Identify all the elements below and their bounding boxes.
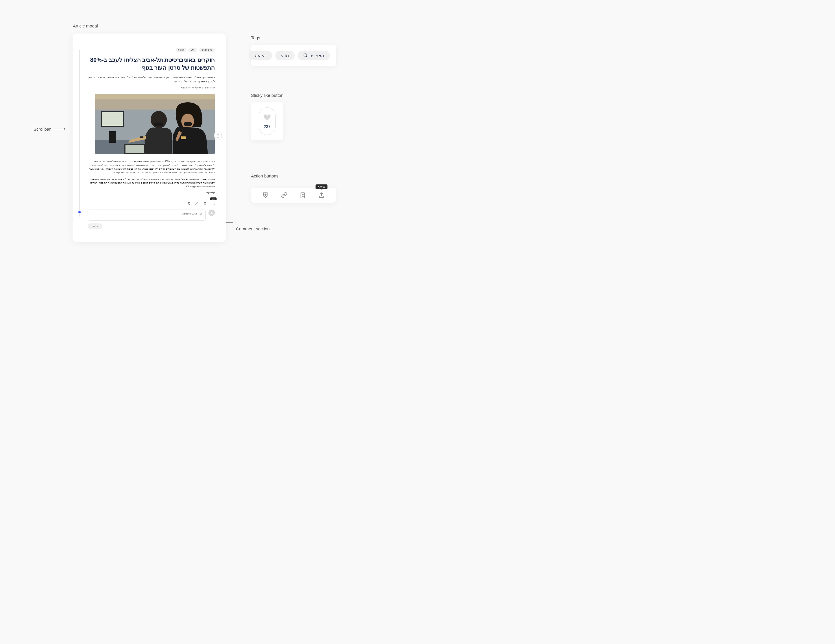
svg-rect-9 xyxy=(102,112,123,126)
label-scrollbar: Scrollbar xyxy=(34,127,50,131)
like-count: 237 xyxy=(264,124,270,129)
label-comment-section: Comment section xyxy=(236,226,270,231)
tag-articles[interactable]: מאמרים xyxy=(199,48,215,52)
sticky-like-card: 237 xyxy=(251,102,283,140)
user-icon xyxy=(210,211,213,214)
svg-rect-12 xyxy=(125,145,144,153)
svg-line-25 xyxy=(306,56,307,57)
share-button[interactable]: שיתוף xyxy=(318,192,325,198)
arrow-right-icon xyxy=(54,127,67,131)
download-button-sm[interactable] xyxy=(187,201,190,205)
article-modal: מאמרים מדע רפואה חוקרים באוניברסיטת תל-א… xyxy=(73,34,226,242)
like-count-sm: 237 xyxy=(217,136,219,138)
tag-science-lg[interactable]: מדע xyxy=(275,50,295,60)
link-icon xyxy=(281,192,288,198)
article-hero-image xyxy=(95,94,215,154)
search-icon xyxy=(303,53,308,58)
tag-articles-lg[interactable]: מאמרים xyxy=(297,50,330,60)
upload-icon xyxy=(318,192,325,198)
svg-rect-18 xyxy=(181,136,186,140)
scrollbar-track[interactable] xyxy=(79,50,80,216)
tag-articles-label: מאמרים xyxy=(201,49,209,51)
article-tags-row: מאמרים מדע רפואה xyxy=(84,48,215,52)
send-button[interactable]: שליחה xyxy=(88,224,102,229)
user-avatar xyxy=(208,209,215,216)
article-subtitle: בשורות מעודדות למנותחים פוטנציאליים: חוק… xyxy=(84,76,215,84)
bookmark-icon xyxy=(203,202,207,206)
bookmark-button[interactable] xyxy=(299,192,306,198)
tags-card: רפואה מדע מאמרים xyxy=(251,45,336,66)
svg-rect-15 xyxy=(140,136,143,138)
like-button[interactable]: 237 xyxy=(259,107,276,135)
link-icon xyxy=(195,202,199,206)
actions-card: שיתוף xyxy=(251,188,336,203)
svg-point-23 xyxy=(211,212,212,213)
tag-medicine[interactable]: רפואה xyxy=(175,48,187,52)
sticky-like-button-sm[interactable]: 237 xyxy=(214,131,222,140)
comment-input[interactable]: ומה אתם חושבים? xyxy=(88,209,206,221)
tag-medicine-lg[interactable]: רפואה xyxy=(249,50,272,60)
svg-rect-17 xyxy=(184,122,192,126)
svg-point-2 xyxy=(210,49,211,50)
article-body-p2: במחקר שנערך בהובלת פרופ' סצ'י-פאינרו והד… xyxy=(84,177,215,188)
svg-rect-14 xyxy=(154,123,163,126)
article-meta: לפני 3 ימים • 5 דק' קריאה • 37 תגובות xyxy=(84,87,215,89)
bookmark-icon xyxy=(299,192,306,198)
svg-rect-10 xyxy=(109,131,116,143)
heart-icon xyxy=(263,114,271,121)
tag-science[interactable]: מדע xyxy=(188,48,197,52)
article-title: חוקרים באוניברסיטת תל-אביב הצליחו לעכב ב… xyxy=(84,56,215,72)
share-tooltip: שיתוף xyxy=(315,185,327,189)
label-action-buttons: Action buttons xyxy=(251,174,278,178)
upload-icon xyxy=(211,202,215,206)
label-tags: Tags xyxy=(251,35,260,40)
article-body-p1: בשלב מתקדם של סרטן העור מסוג מלנומה, ל-9… xyxy=(84,159,215,174)
action-bar-sm: שיתוף xyxy=(84,200,215,205)
svg-point-16 xyxy=(181,114,194,129)
bookmark-button-sm[interactable] xyxy=(203,201,207,205)
svg-line-3 xyxy=(211,50,212,51)
svg-rect-5 xyxy=(95,94,215,99)
heart-icon xyxy=(216,133,219,136)
download-icon xyxy=(262,192,269,198)
scrollbar-thumb[interactable] xyxy=(78,211,81,213)
share-button-sm[interactable]: שיתוף xyxy=(211,201,215,205)
svg-point-24 xyxy=(304,54,307,56)
read-more-link[interactable]: קרא עוד xyxy=(84,191,215,194)
comment-section: ומה אתם חושבים? xyxy=(84,209,215,221)
download-button[interactable] xyxy=(262,192,269,198)
label-article-modal: Article modal xyxy=(73,23,98,28)
link-button-sm[interactable] xyxy=(195,201,199,205)
link-button[interactable] xyxy=(281,192,288,198)
tag-articles-lg-label: מאמרים xyxy=(309,53,324,58)
download-icon xyxy=(187,202,190,206)
share-tooltip-sm: שיתוף xyxy=(210,198,216,200)
label-sticky-like: Sticky like button xyxy=(251,93,284,98)
